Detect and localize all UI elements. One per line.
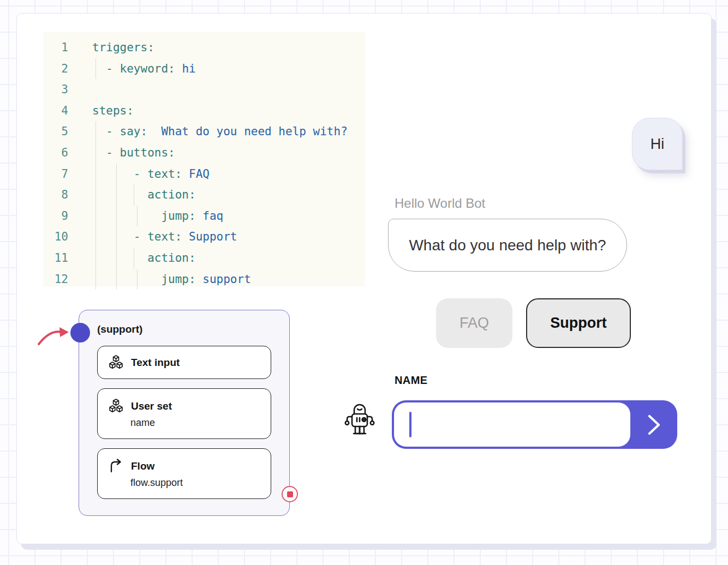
line-number: 1	[43, 37, 68, 58]
indent-guide	[96, 184, 96, 206]
bot-message-bubble: What do you need help with?	[388, 219, 627, 272]
flow-blocks: Text input User setname Flowflow.support	[97, 346, 271, 508]
indent-guide	[116, 184, 117, 206]
code-lines: 1triggers:2 - keyword: hi3 4steps:5 - sa…	[43, 37, 365, 290]
quick-reply-faq-button[interactable]: FAQ	[436, 298, 512, 348]
line-number: 2	[43, 58, 68, 80]
line-number: 7	[43, 164, 68, 185]
quick-reply-support-button[interactable]: Support	[526, 298, 631, 348]
code-line: 6 - buttons:	[43, 142, 365, 164]
input-field-label: NAME	[395, 374, 428, 387]
code-line: 5 - say: What do you need help with?	[43, 121, 365, 142]
code-line: 9 jump: faq	[43, 206, 365, 227]
indent-guide	[116, 269, 117, 290]
block-subtitle: name	[130, 417, 260, 429]
code-line: 10 - text: Support	[43, 226, 365, 248]
chevron-right-icon	[646, 414, 661, 436]
user-message-bubble: Hi	[632, 118, 683, 170]
code-line: 1triggers:	[43, 37, 365, 58]
bot-message-text: What do you need help with?	[409, 237, 606, 254]
flow-node-title: (support)	[97, 323, 142, 335]
indent-guide	[96, 142, 96, 164]
indent-guide	[96, 226, 96, 248]
line-number: 10	[43, 226, 68, 248]
yaml-code-editor[interactable]: 1triggers:2 - keyword: hi3 4steps:5 - sa…	[43, 32, 365, 286]
indent-guide	[96, 248, 96, 269]
indent-guide	[96, 206, 96, 227]
flow-block-user-set[interactable]: User setname	[97, 388, 271, 439]
flow-arrow-icon	[109, 459, 123, 473]
code-line: 12 jump: support	[43, 269, 365, 290]
line-number: 11	[43, 248, 68, 269]
indent-guide	[96, 164, 96, 185]
indent-guide	[137, 269, 138, 290]
curved-arrow-icon	[34, 319, 71, 350]
indent-guide	[116, 248, 117, 269]
code-line: 8 action:	[43, 184, 365, 206]
connection-port[interactable]	[70, 323, 90, 342]
main-canvas-card: 1triggers:2 - keyword: hi3 4steps:5 - sa…	[16, 13, 712, 544]
line-number: 6	[43, 142, 68, 164]
name-input-field[interactable]	[394, 402, 630, 447]
bot-name-label: Hello World Bot	[395, 196, 485, 211]
cubes-icon	[109, 355, 123, 370]
send-button[interactable]	[630, 400, 677, 449]
indent-guide	[96, 58, 96, 80]
block-title: Text input	[131, 357, 180, 369]
code-line: 3	[43, 79, 365, 100]
code-line: 7 - text: FAQ	[43, 164, 365, 185]
line-number: 9	[43, 206, 68, 227]
line-number: 12	[43, 269, 68, 290]
indent-guide	[116, 164, 117, 185]
indent-guide	[116, 206, 117, 227]
block-title: Flow	[131, 460, 154, 472]
name-input-container	[392, 400, 677, 449]
indent-guide	[96, 269, 96, 290]
indent-guide	[134, 184, 134, 206]
line-number: 3	[43, 79, 68, 100]
line-number: 5	[43, 121, 68, 142]
flow-block-text-input[interactable]: Text input	[97, 346, 271, 379]
user-message-text: Hi	[651, 136, 665, 153]
indent-guide	[116, 226, 117, 248]
name-input[interactable]	[417, 402, 626, 447]
indent-guide	[134, 248, 134, 269]
flow-block-flow[interactable]: Flowflow.support	[97, 448, 271, 499]
flow-node-support[interactable]: (support) Text input User setname Flowfl…	[79, 310, 290, 516]
indent-guide	[137, 206, 138, 227]
block-subtitle: flow.support	[130, 477, 260, 489]
robot-icon	[343, 402, 376, 438]
code-line: 2 - keyword: hi	[43, 58, 365, 80]
code-line: 4steps:	[43, 100, 365, 122]
indent-guide	[96, 121, 96, 142]
line-number: 4	[43, 100, 68, 122]
block-title: User set	[131, 400, 172, 412]
code-line: 11 action:	[43, 248, 365, 269]
text-cursor	[409, 412, 411, 437]
line-number: 8	[43, 184, 68, 206]
cubes-icon	[109, 399, 123, 413]
stop-badge[interactable]	[282, 486, 298, 502]
